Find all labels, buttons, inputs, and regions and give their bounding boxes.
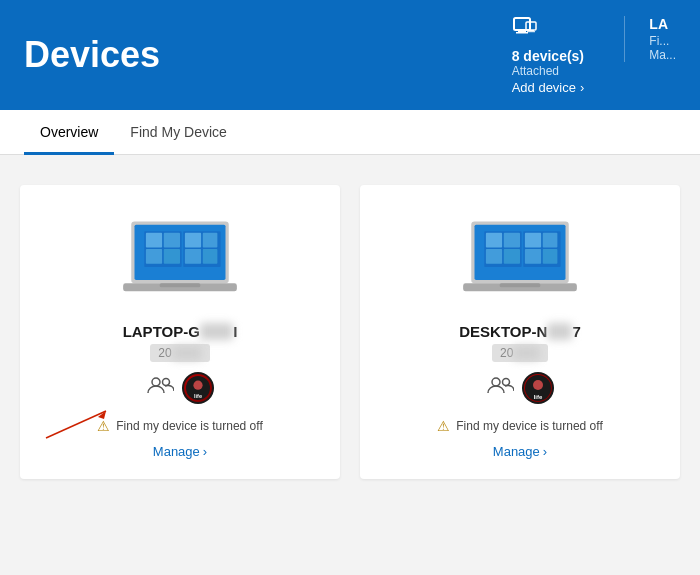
device-name-desktop: DESKTOP-N 7 [459,323,580,340]
desktop-icon [455,213,585,303]
svg-rect-13 [164,249,180,264]
people-icon-laptop [146,375,174,401]
svg-rect-40 [500,283,541,287]
tab-find-my-device[interactable]: Find My Device [114,110,242,155]
svg-rect-19 [160,283,201,287]
svg-rect-17 [203,249,218,264]
manage-link-desktop[interactable]: Manage › [493,444,547,459]
avatar-laptop: life [182,372,214,404]
svg-text:life: life [194,393,202,399]
svg-rect-37 [525,249,541,264]
device-card-desktop: DESKTOP-N 7 20 [360,185,680,479]
svg-rect-38 [543,249,558,264]
svg-rect-14 [185,233,201,248]
svg-rect-34 [504,249,520,264]
svg-point-41 [492,378,500,386]
warning-text-laptop: Find my device is turned off [116,419,263,433]
page-title: Devices [24,34,160,76]
tab-bar: Overview Find My Device [0,110,700,155]
warning-icon-desktop: ⚠ [437,418,450,434]
svg-rect-15 [203,233,218,248]
warning-text-desktop: Find my device is turned off [456,419,603,433]
device-id-laptop: 20 [150,344,209,362]
header-left: Devices [24,34,160,76]
device-name-laptop: LAPTOP-G I [123,323,238,340]
svg-rect-1 [518,30,526,32]
laptop-section: LA Fi... Ma... [624,16,676,62]
svg-point-23 [193,381,202,390]
svg-point-21 [163,379,170,386]
svg-rect-4 [528,30,534,31]
header-right: 8 device(s) Attached Add device › LA Fi.… [512,16,676,95]
manage-link-laptop[interactable]: Manage › [153,444,207,459]
svg-rect-2 [516,32,528,34]
laptop-sub2: Ma... [649,48,676,62]
svg-line-25 [46,411,106,438]
device-id-desktop: 20 [492,344,548,362]
svg-point-44 [533,380,543,390]
svg-rect-33 [486,249,502,264]
add-device-link[interactable]: Add device › [512,80,585,95]
svg-rect-35 [525,233,541,248]
devices-count: 8 device(s) [512,48,584,64]
svg-rect-12 [146,249,162,264]
svg-rect-5 [527,31,535,32]
svg-rect-31 [486,233,502,248]
attached-label: Attached [512,64,559,78]
devices-icon [512,16,538,44]
device-card-laptop: LAPTOP-G I 20 [20,185,340,479]
laptop-label: LA [649,16,668,32]
svg-rect-10 [146,233,162,248]
avatar-desktop: life [522,372,554,404]
svg-point-42 [503,379,510,386]
svg-rect-32 [504,233,520,248]
laptop-icon [115,213,245,303]
svg-point-20 [152,378,160,386]
page-header: Devices 8 device(s) Attached Add device … [0,0,700,110]
device-icons-desktop: life [486,372,554,404]
svg-rect-16 [185,249,201,264]
svg-rect-36 [543,233,558,248]
devices-grid: LAPTOP-G I 20 [20,185,680,479]
svg-rect-11 [164,233,180,248]
laptop-sub1: Fi... [649,34,669,48]
warning-row-desktop: ⚠ Find my device is turned off [437,418,603,434]
svg-text:life: life [534,394,543,400]
device-icons-laptop: life [146,372,214,404]
tab-overview[interactable]: Overview [24,110,114,155]
devices-count-section: 8 device(s) Attached Add device › [512,16,585,95]
content-area: LAPTOP-G I 20 [0,155,700,571]
svg-rect-0 [514,18,530,30]
annotation-arrow [36,403,136,443]
people-icon-desktop [486,375,514,401]
